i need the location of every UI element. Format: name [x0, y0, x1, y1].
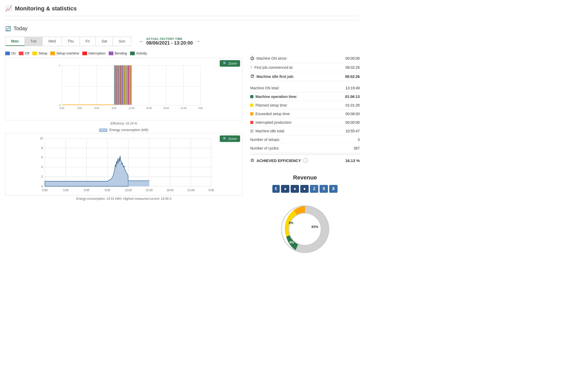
svg-text:0: 0	[59, 104, 60, 107]
stat-label-operation-time: Machine operation time:	[250, 95, 297, 99]
svg-rect-45	[131, 65, 132, 105]
stat-label-first-job: ↑ First job commenced at:	[250, 65, 293, 70]
legend-color-off	[19, 52, 23, 55]
legend-off: Off	[19, 51, 29, 55]
dot-exceeded-setup	[250, 112, 253, 115]
achieved-value: 16.13 %	[345, 158, 360, 163]
revenue-digit-6: 8	[329, 185, 338, 193]
svg-rect-20	[117, 65, 118, 105]
day-navigation: Mon Tue Wed Thu Fri Sat Sun ← ACTUAL FAC…	[5, 37, 360, 46]
svg-rect-19	[117, 65, 117, 105]
tab-sun[interactable]: Sun	[113, 37, 131, 46]
svg-rect-32	[124, 65, 124, 105]
achieved-label: ACHIEVED EFFICIENCY	[256, 158, 301, 163]
legend-color-setup-overtime	[50, 52, 55, 55]
svg-text:21:00: 21:00	[187, 189, 194, 192]
svg-text:6: 6	[41, 156, 43, 159]
stat-value-num-setups: 3	[358, 138, 360, 142]
euro-symbol: €	[272, 185, 280, 193]
stat-value-machine-on: 00:00:00	[346, 56, 360, 60]
energy-chart-svg: 10 8 6 4 2 0 0:00 3:00 6:00 9:0	[5, 133, 242, 195]
svg-text:3:00: 3:00	[77, 107, 82, 109]
energy-zoom-icon: 🔍	[223, 137, 227, 141]
tab-mon[interactable]: Mon	[5, 37, 25, 46]
stat-num-cycles: Number of cycles: 367	[250, 144, 360, 153]
svg-rect-23	[119, 65, 119, 105]
svg-rect-34	[125, 65, 125, 105]
prev-arrow[interactable]: ←	[139, 39, 144, 44]
donut-chart-container: 83% 8% 8%	[250, 198, 360, 260]
legend-label-bending: Bending	[115, 51, 127, 55]
svg-rect-43	[130, 65, 130, 105]
tab-sat[interactable]: Sat	[96, 37, 113, 46]
legend-activity: Activity	[130, 51, 147, 55]
svg-rect-40	[128, 65, 129, 105]
svg-rect-39	[127, 65, 128, 105]
svg-rect-17	[115, 65, 116, 105]
section-title: 🔄 Today	[5, 26, 360, 32]
stat-label-planned-setup: Planned setup time:	[250, 103, 288, 107]
chart-legend: On Off Setup Setup overtime Interruption	[5, 51, 242, 55]
svg-text:9:00: 9:00	[105, 189, 110, 192]
activity-zoom-button[interactable]: 🔍 Zoom	[220, 60, 240, 67]
svg-text:6:00: 6:00	[84, 189, 89, 192]
stat-label-machine-idle-first: ⏱ Machine idle first job:	[250, 74, 294, 79]
svg-text:0:00: 0:00	[42, 189, 48, 192]
stat-machine-idle-first: ⏱ Machine idle first job: 08:02:26	[250, 72, 360, 81]
legend-setup: Setup	[32, 51, 47, 55]
next-arrow[interactable]: →	[195, 39, 200, 44]
tab-wed[interactable]: Wed	[42, 37, 62, 46]
stat-value-exceeded-setup: 00:08:00	[346, 112, 360, 116]
svg-text:12:00: 12:00	[125, 189, 132, 192]
legend-label-off: Off	[25, 51, 29, 55]
dot-planned-setup	[250, 104, 253, 107]
legend-interruption: Interruption	[82, 51, 106, 55]
legend-bending: Bending	[109, 51, 127, 55]
tab-thu[interactable]: Thu	[62, 37, 80, 46]
svg-text:10: 10	[40, 137, 43, 140]
donut-chart-svg: 83% 8% 8%	[274, 198, 336, 260]
energy-title-text: Energy consumption (kW)	[109, 128, 149, 132]
stat-label-exceeded-setup: Exceeded setup time:	[250, 112, 291, 116]
svg-rect-28	[121, 65, 122, 105]
svg-text:18:00: 18:00	[167, 189, 174, 192]
svg-rect-27	[121, 65, 121, 105]
stat-label-num-cycles: Number of cycles:	[250, 146, 279, 150]
svg-rect-44	[130, 65, 131, 105]
title-text: Monitoring & statistics	[15, 5, 77, 12]
svg-rect-33	[124, 65, 125, 105]
dot-interrupted	[250, 121, 253, 124]
svg-rect-36	[126, 65, 126, 105]
tab-tue[interactable]: Tue	[25, 37, 43, 46]
stat-label-machine-on: ⏻ Machine ON since:	[250, 56, 287, 61]
stat-value-interrupted: 00:00:00	[346, 120, 360, 125]
svg-text:15:00: 15:00	[146, 107, 152, 109]
zoom-icon: 🔍	[223, 61, 227, 65]
stat-exceeded-setup: Exceeded setup time: 00:08:00	[250, 110, 360, 118]
svg-rect-29	[122, 65, 123, 105]
label-83: 83%	[311, 225, 318, 229]
legend-color-activity	[130, 52, 135, 55]
energy-zoom-button[interactable]: 🔍 Zoom	[220, 135, 240, 142]
legend-setup-overtime: Setup overtime	[50, 51, 79, 55]
legend-label-setup-overtime: Setup overtime	[56, 51, 79, 55]
svg-rect-24	[119, 65, 120, 105]
stat-machine-on-total: Machine ON total: 13:19:49	[250, 84, 360, 92]
svg-text:0:00: 0:00	[198, 107, 203, 109]
svg-rect-37	[126, 65, 127, 105]
stat-machine-on-since: ⏻ Machine ON since: 00:00:00	[250, 54, 360, 63]
activity-chart-container: 🔍 Zoom	[5, 58, 242, 120]
factory-time-label: ACTUAL FACTORY TIME	[146, 37, 193, 40]
svg-text:15:00: 15:00	[146, 189, 153, 192]
svg-text:9:00: 9:00	[112, 107, 117, 109]
efficiency-label: Efficiency: 16.14 %	[5, 122, 242, 125]
stat-value-machine-on-total: 13:19:49	[346, 86, 360, 90]
legend-label-interruption: Interruption	[88, 51, 106, 55]
info-icon[interactable]: i	[303, 158, 308, 163]
revenue-title: Revenue	[250, 174, 360, 181]
stat-idle-total: Machine idle total: 10:55:47	[250, 127, 360, 135]
dot-idle	[250, 129, 253, 133]
first-job-icon: ↑	[250, 65, 252, 70]
svg-text:4: 4	[41, 165, 43, 169]
tab-fri[interactable]: Fri	[80, 37, 96, 46]
